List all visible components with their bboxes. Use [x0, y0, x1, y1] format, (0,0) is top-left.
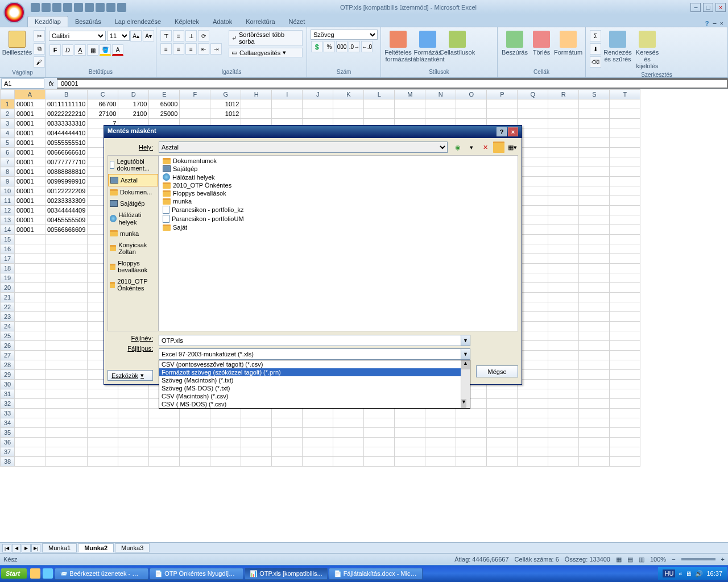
- cell[interactable]: [46, 244, 88, 254]
- cell[interactable]: [46, 370, 88, 380]
- sheet-tab-3[interactable]: Munka3: [115, 543, 150, 552]
- cell[interactable]: [149, 409, 180, 418]
- cell[interactable]: [364, 418, 395, 428]
- cell[interactable]: [610, 293, 640, 302]
- view-break-icon[interactable]: ▥: [639, 556, 644, 563]
- cell[interactable]: [548, 293, 579, 302]
- cell[interactable]: [241, 447, 272, 457]
- cell[interactable]: [456, 418, 487, 428]
- cell[interactable]: [241, 438, 272, 447]
- cell[interactable]: [15, 273, 46, 283]
- cell[interactable]: [610, 119, 640, 128]
- cell[interactable]: 27100: [88, 109, 118, 119]
- cell[interactable]: [579, 206, 610, 215]
- qat-save-icon[interactable]: [31, 3, 40, 12]
- filetype-input[interactable]: [159, 349, 461, 359]
- cell[interactable]: [579, 119, 610, 128]
- row-header[interactable]: 7: [1, 157, 15, 167]
- cell[interactable]: [46, 409, 88, 418]
- cell[interactable]: [579, 177, 610, 186]
- fill-color-button[interactable]: 🪣: [100, 44, 111, 56]
- cell[interactable]: [548, 148, 579, 157]
- cell[interactable]: [425, 409, 456, 418]
- cell[interactable]: [548, 264, 579, 273]
- cell[interactable]: 00001: [15, 177, 46, 186]
- cell[interactable]: [395, 99, 425, 109]
- wrap-text-button[interactable]: ⤶Sortöréssel több sorba: [229, 30, 303, 46]
- cell[interactable]: [579, 312, 610, 322]
- autosum-icon[interactable]: Σ: [590, 30, 601, 41]
- orientation-icon[interactable]: ⟳: [198, 30, 209, 41]
- cell[interactable]: [610, 341, 640, 351]
- row-header[interactable]: 12: [1, 206, 15, 215]
- cell[interactable]: [395, 109, 425, 119]
- cell[interactable]: [548, 341, 579, 351]
- cell[interactable]: [579, 302, 610, 312]
- tab-insert[interactable]: Beszúrás: [68, 16, 108, 27]
- cell[interactable]: [487, 457, 518, 467]
- row-header[interactable]: 10: [1, 186, 15, 196]
- place-item[interactable]: 2010_OTP Önkéntes: [108, 276, 158, 294]
- cell[interactable]: [487, 109, 518, 119]
- cell[interactable]: [610, 399, 640, 409]
- cell[interactable]: [456, 447, 487, 457]
- align-center-icon[interactable]: ≡: [173, 43, 184, 55]
- qat-mail-icon[interactable]: [96, 3, 105, 12]
- cell[interactable]: [548, 457, 579, 467]
- delete-cells-button[interactable]: Törlés: [531, 30, 552, 57]
- cell[interactable]: [487, 438, 518, 447]
- cell[interactable]: [548, 119, 579, 128]
- align-middle-icon[interactable]: ≡: [173, 30, 184, 41]
- cell[interactable]: [425, 447, 456, 457]
- cell[interactable]: [610, 244, 640, 254]
- cell[interactable]: [46, 302, 88, 312]
- cell[interactable]: [579, 360, 610, 370]
- tab-formulas[interactable]: Képletek: [168, 16, 206, 27]
- format-table-button[interactable]: Formázás táblázatként: [414, 30, 441, 64]
- cell[interactable]: [610, 302, 640, 312]
- col-header[interactable]: B: [46, 90, 88, 99]
- cell[interactable]: [579, 351, 610, 360]
- cell[interactable]: 00001: [15, 109, 46, 119]
- format-cells-button[interactable]: Formátum: [555, 30, 582, 57]
- cell[interactable]: [548, 428, 579, 438]
- tab-data[interactable]: Adatok: [206, 16, 239, 27]
- row-header[interactable]: 5: [1, 138, 15, 148]
- cell[interactable]: [46, 235, 88, 244]
- cell[interactable]: [333, 447, 364, 457]
- cell[interactable]: [579, 389, 610, 399]
- cell[interactable]: [487, 447, 518, 457]
- cell[interactable]: [118, 409, 149, 418]
- tab-view[interactable]: Nézet: [282, 16, 312, 27]
- cell[interactable]: [548, 186, 579, 196]
- cell[interactable]: 00122222209: [46, 186, 88, 196]
- sheet-tab-2[interactable]: Munka2: [78, 543, 114, 552]
- cell[interactable]: 00999999910: [46, 177, 88, 186]
- cell[interactable]: [610, 157, 640, 167]
- cell[interactable]: [610, 138, 640, 148]
- cell[interactable]: [149, 438, 180, 447]
- row-header[interactable]: 28: [1, 360, 15, 370]
- cell[interactable]: [15, 389, 46, 399]
- font-name-select[interactable]: Calibri: [49, 31, 106, 41]
- cell[interactable]: [548, 157, 579, 167]
- cell[interactable]: [548, 109, 579, 119]
- cell[interactable]: [46, 322, 88, 331]
- col-header[interactable]: H: [241, 90, 272, 99]
- cell[interactable]: 2100: [118, 109, 149, 119]
- filetype-option[interactable]: Szöveg (Macintosh) (*.txt): [159, 376, 470, 384]
- cell[interactable]: [610, 128, 640, 138]
- minimize-button[interactable]: ‒: [690, 3, 701, 12]
- sort-filter-button[interactable]: Rendezés és szűrés: [604, 30, 631, 64]
- cell[interactable]: [241, 109, 272, 119]
- cell[interactable]: [180, 418, 210, 428]
- cell[interactable]: [610, 322, 640, 331]
- cell[interactable]: [364, 409, 395, 418]
- file-item[interactable]: Floppys bevallások: [160, 189, 516, 197]
- col-header[interactable]: D: [118, 90, 149, 99]
- cell[interactable]: [395, 418, 425, 428]
- cell[interactable]: [395, 438, 425, 447]
- row-header[interactable]: 36: [1, 438, 15, 447]
- zoom-out-icon[interactable]: −: [672, 556, 675, 563]
- row-header[interactable]: 6: [1, 148, 15, 157]
